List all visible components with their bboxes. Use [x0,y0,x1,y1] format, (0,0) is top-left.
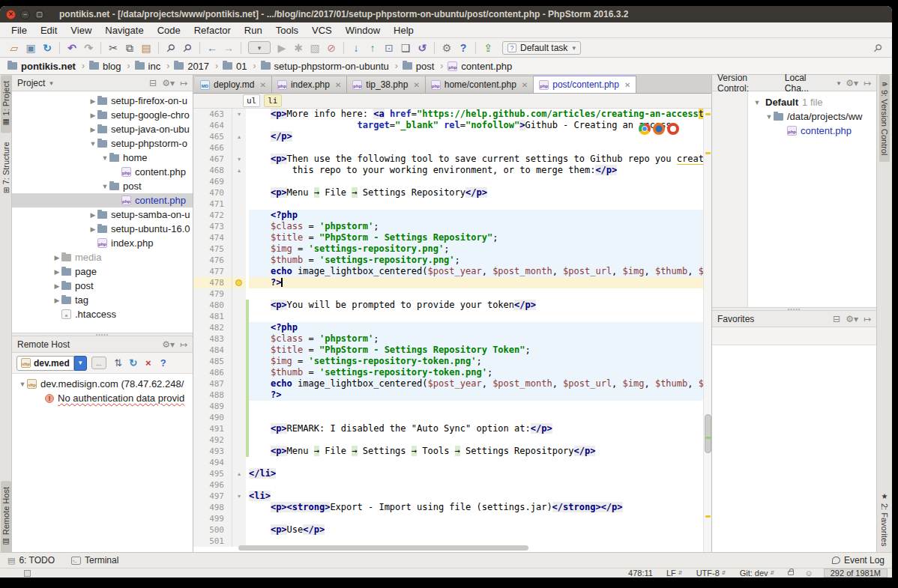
code-line[interactable]: 482 <?php [193,322,703,333]
menu-refactor[interactable]: Refactor [187,25,238,36]
code-line[interactable]: 487 echo image_lightbox_centered($post_y… [193,378,703,390]
coverage-icon[interactable]: ▧ [307,40,323,56]
stripe-tab-remote-host[interactable]: ▤Remote Host [1,481,11,552]
tree-item-home[interactable]: ▼home [12,151,193,165]
editor-tab-deploy-md[interactable]: MDdeploy.md✕ [195,76,272,93]
breadcrumb-item[interactable]: 2017 [174,61,209,72]
replace-icon[interactable]: ⚲ [175,36,199,59]
debug-icon[interactable]: ✱ [290,40,307,56]
tree-item-setup-firefox-on-u[interactable]: ▶setup-firefox-on-u [12,94,193,108]
code-line[interactable]: 485 $img = 'settings-repository-token.pn… [193,356,703,367]
change-mark[interactable] [705,437,711,439]
code-line[interactable]: 494 [193,457,703,468]
open-icon[interactable]: ▱ [6,40,22,56]
tab-terminal[interactable]: ›_ Terminal [71,555,118,566]
copy-icon[interactable]: ⧉ [121,40,138,56]
tag-breadcrumb-ul[interactable]: ul [243,94,260,107]
browse-button[interactable]: ... [91,357,106,369]
collapsed-arrow-icon[interactable]: ▶ [88,225,97,233]
chevron-down-icon[interactable]: ▾ [49,79,53,87]
code-line[interactable]: 484 $title = "PhpStorm - Settings Reposi… [193,345,703,356]
paste-icon[interactable]: ▤ [138,40,154,56]
scrollbar-thumb[interactable] [705,414,711,453]
forward-icon[interactable]: → [220,40,237,56]
expanded-arrow-icon[interactable]: ▼ [18,381,27,388]
remote-host-error-row[interactable]: ! No authentication data provid [12,391,193,405]
tree-item-content-php[interactable]: phpcontent.php [12,193,193,207]
tree-item-setup-samba-on-u[interactable]: ▶setup-samba-on-u [12,207,193,222]
menu-vcs[interactable]: VCS [305,25,339,36]
sync-settings-icon[interactable]: ⇪ [480,40,496,56]
window-close-button[interactable]: ✕ [6,10,16,19]
help-icon[interactable]: ? [156,357,171,369]
code-line[interactable]: 498 <p><strong>Export - Import using fil… [193,502,703,513]
code-line[interactable]: 473 $class = 'phpstorm'; [193,221,703,232]
stripe-tab-7-structure[interactable]: ⊞7: Structure [1,136,11,199]
collapsed-arrow-icon[interactable]: ▶ [88,112,97,119]
warning-mark[interactable] [705,152,711,154]
menu-run[interactable]: Run [238,25,269,36]
breadcrumb-item[interactable]: pontikis.net [7,61,76,72]
tree-item-setup-google-chro[interactable]: ▶setup-google-chro [12,108,193,122]
tree-item-post[interactable]: ▼post [12,179,193,193]
vcs-update-icon[interactable]: ↓ [348,40,364,56]
code-line[interactable]: 476 $thumb = 'settings-repository.png'; [193,255,703,266]
chrome-icon[interactable] [639,123,651,135]
code-line[interactable]: 492 [193,434,703,446]
changed-dir-row[interactable]: ▼ /data/projects/ww [748,109,876,124]
code-line[interactable]: 479 [193,288,703,300]
tree-item-setup-java-on-ubu[interactable]: ▶setup-java-on-ubu [12,122,193,136]
menu-help[interactable]: Help [387,25,421,36]
code-line[interactable]: 465▴ </p> [193,131,703,142]
menu-code[interactable]: Code [151,25,187,36]
server-combo-arrow[interactable]: ▼ [74,356,87,371]
code-line[interactable]: 477 echo image_lightbox_centered($post_y… [193,266,703,277]
code-line[interactable]: 472 <?php [193,210,703,221]
tab-todo[interactable]: ▤ 6: TODO [7,555,55,566]
error-stripe[interactable] [703,109,711,552]
run-configurations-combo[interactable]: ▾ [248,41,271,54]
code-line[interactable]: 496 [193,479,703,491]
editor-tab-post-content-php[interactable]: phppost/content.php✕ [534,76,636,93]
stripe-tab-2-favorites[interactable]: ★2: Favorites [879,486,890,552]
search-everywhere-icon[interactable]: ⚲ [871,40,885,55]
save-all-icon[interactable]: ▣ [22,40,39,56]
hide-panel-icon[interactable]: ↦ [864,314,871,324]
hide-panel-icon[interactable]: ↦ [864,78,871,88]
gear-icon[interactable]: ⚙▾ [846,78,858,88]
close-icon[interactable]: ✕ [624,81,630,89]
window-maximize-button[interactable]: ▢ [34,10,44,19]
line-separator-selector[interactable]: LF⇵ [666,569,683,578]
event-log-button[interactable]: Event Log [832,555,885,566]
code-line[interactable]: 466 [193,142,703,154]
vcs-changes-icon[interactable]: ❏ [397,40,414,56]
memory-indicator[interactable]: 292 of 1981M [824,569,888,578]
menu-tools[interactable]: Tools [269,25,305,36]
undo-icon[interactable]: ↶ [64,40,80,56]
expanded-arrow-icon[interactable]: ▼ [88,140,97,148]
menu-navigate[interactable]: Navigate [98,25,150,36]
code-line[interactable]: 491 <p>REMARK: I disabled the "Auto Sync… [193,423,703,434]
code-area[interactable]: 463▾ <p>More info here: <a href="https:/… [193,109,711,552]
code-line[interactable]: 467▾ <p>Then use the following tool to s… [193,154,703,165]
expanded-arrow-icon[interactable]: ▼ [100,154,109,162]
tree-item--htaccess[interactable]: a.htaccess [12,307,193,321]
refresh-icon[interactable]: ↻ [126,357,141,369]
firefox-icon[interactable] [653,123,665,135]
intention-bulb-icon[interactable] [235,279,242,286]
close-icon[interactable]: × [141,357,156,369]
code-line[interactable]: 478 ?> [193,277,703,288]
readonly-lock-icon[interactable] [788,571,794,575]
menu-file[interactable]: File [4,25,34,36]
code-line[interactable]: 474 $title = "PhpStorm - Settings Reposi… [193,232,703,243]
editor-tab-tip-38-php[interactable]: phptip_38.php✕ [347,76,425,93]
horizontal-scrollbar[interactable] [238,545,528,551]
redo-icon[interactable]: ↷ [80,40,97,56]
changed-file-row[interactable]: php content.php [748,124,876,138]
expanded-arrow-icon[interactable]: ▼ [100,183,109,190]
breadcrumb-item[interactable]: post [403,61,435,72]
collapsed-arrow-icon[interactable]: ▶ [52,254,61,261]
split-icon[interactable]: ⊟ [833,314,840,324]
collapsed-arrow-icon[interactable]: ▶ [88,126,97,133]
close-icon[interactable]: ✕ [335,81,341,89]
